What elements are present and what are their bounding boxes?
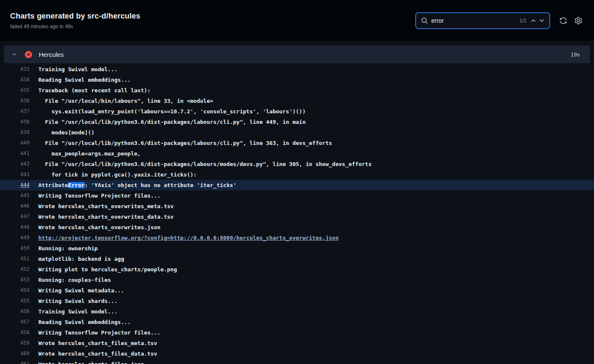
- run-status-text: failed 49 minutes ago in 48s: [10, 24, 140, 29]
- chevron-down-icon[interactable]: [11, 51, 18, 58]
- search-match-count: 1/1: [519, 18, 527, 24]
- line-number[interactable]: 444: [0, 180, 30, 190]
- log-line: 440 File "/usr/local/lib/python3.6/dist-…: [0, 138, 594, 148]
- line-number[interactable]: 455: [0, 296, 30, 306]
- line-text: Training Swivel model...: [38, 306, 118, 317]
- search-next-button[interactable]: [538, 16, 546, 25]
- line-number[interactable]: 441: [0, 148, 30, 159]
- log-line: 461 Wrote hercules_charts_files.json: [0, 359, 594, 364]
- log-group: Hercules 19s 433 Training Swivel model..…: [0, 46, 594, 364]
- line-number[interactable]: 442: [0, 159, 30, 169]
- log-line: 453 Running: couples-files: [0, 275, 594, 285]
- refresh-button[interactable]: [558, 15, 569, 26]
- log-line: 451 matplotlib: backend is agg: [0, 254, 594, 264]
- search-icon: [421, 17, 428, 24]
- line-number[interactable]: 447: [0, 211, 30, 222]
- line-text: Running: couples-files: [38, 275, 111, 285]
- line-number[interactable]: 446: [0, 201, 30, 211]
- log-line: 460 Wrote hercules_charts_files_data.tsv: [0, 348, 594, 359]
- header-actions: 1/1: [415, 12, 584, 29]
- line-number[interactable]: 439: [0, 127, 30, 138]
- line-number[interactable]: 440: [0, 138, 30, 148]
- log-line: 435 Traceback (most recent call last):: [0, 85, 594, 96]
- log-line: 454 Writing Swivel metadata...: [0, 285, 594, 296]
- line-number[interactable]: 461: [0, 359, 30, 364]
- log-line: 439 modes[mode](): [0, 127, 594, 138]
- log-search-box: 1/1: [415, 12, 550, 29]
- log-line: 437 sys.exit(load_entry_point('labours==…: [0, 106, 594, 117]
- page-title: Charts generated by src-d/hercules: [10, 12, 140, 21]
- line-text: Writing plot to hercules_charts/people.p…: [38, 264, 177, 275]
- line-text: Training Swivel model...: [38, 64, 118, 75]
- line-number[interactable]: 458: [0, 327, 30, 338]
- line-text: Wrote hercules_charts_overwrites_data.ts…: [38, 211, 174, 222]
- line-text: File "/usr/local/lib/python3.6/dist-pack…: [38, 117, 306, 127]
- line-number[interactable]: 436: [0, 96, 30, 106]
- error-status-icon: [25, 51, 32, 58]
- log-line: 455 Writing Swivel shards...: [0, 296, 594, 306]
- line-number[interactable]: 457: [0, 317, 30, 327]
- line-text: Traceback (most recent call last):: [38, 85, 151, 96]
- line-text: File "/usr/local/bin/labours", line 33, …: [38, 96, 213, 106]
- line-number[interactable]: 454: [0, 285, 30, 296]
- refresh-icon: [559, 17, 567, 24]
- log-line: 441 max_people=args.max_people,: [0, 148, 594, 159]
- settings-button[interactable]: [573, 15, 584, 26]
- line-text: Wrote hercules_charts_overwrites_meta.ts…: [38, 201, 174, 211]
- log-line: 442 File "/usr/local/lib/python3.6/dist-…: [0, 159, 594, 169]
- line-text: AttributeError: 'YAxis' object has no at…: [38, 180, 237, 190]
- chevron-up-icon: [530, 17, 537, 24]
- line-text: File "/usr/local/lib/python3.6/dist-pack…: [38, 138, 332, 148]
- chevron-down-icon: [538, 17, 545, 24]
- log-line: 457 Reading Swivel embeddings...: [0, 317, 594, 327]
- line-number[interactable]: 449: [0, 233, 30, 243]
- line-number[interactable]: 456: [0, 306, 30, 317]
- run-info: Charts generated by src-d/hercules faile…: [10, 12, 140, 29]
- line-text: modes[mode](): [38, 127, 94, 138]
- line-number[interactable]: 433: [0, 64, 30, 75]
- search-input[interactable]: [431, 17, 518, 24]
- line-text: Reading Swivel embeddings...: [38, 317, 131, 327]
- log-line: 444 AttributeError: 'YAxis' object has n…: [0, 180, 594, 190]
- log-link[interactable]: http://projector.tensorflow.org/?config=…: [38, 235, 339, 241]
- log-line: 445 Writing Tensorflow Projector files..…: [0, 190, 594, 201]
- line-number[interactable]: 445: [0, 190, 30, 201]
- log-line: 450 Running: ownership: [0, 243, 594, 254]
- line-text: File "/usr/local/lib/python3.6/dist-pack…: [38, 159, 372, 169]
- line-text: Writing Tensorflow Projector files...: [38, 190, 161, 201]
- line-text: http://projector.tensorflow.org/?config=…: [38, 233, 339, 243]
- header: Charts generated by src-d/hercules faile…: [0, 0, 594, 41]
- line-text: max_people=args.max_people,: [38, 148, 141, 159]
- line-number[interactable]: 437: [0, 106, 30, 117]
- line-number[interactable]: 438: [0, 117, 30, 127]
- line-number[interactable]: 434: [0, 75, 30, 85]
- log-line: 449 http://projector.tensorflow.org/?con…: [0, 233, 594, 243]
- line-text: Wrote hercules_charts_files_meta.tsv: [38, 338, 157, 348]
- log-line: 438 File "/usr/local/lib/python3.6/dist-…: [0, 117, 594, 127]
- line-number[interactable]: 450: [0, 243, 30, 254]
- line-number[interactable]: 435: [0, 85, 30, 96]
- log-line: 446 Wrote hercules_charts_overwrites_met…: [0, 201, 594, 211]
- line-text: matplotlib: backend is agg: [38, 254, 124, 264]
- line-text: sys.exit(load_entry_point('labours==10.7…: [38, 106, 306, 117]
- line-number[interactable]: 460: [0, 348, 30, 359]
- log-line: 456 Training Swivel model...: [0, 306, 594, 317]
- log-line: 433 Training Swivel model...: [0, 64, 594, 75]
- line-text: Wrote hercules_charts_files.json: [38, 359, 144, 364]
- line-text: Wrote hercules_charts_files_data.tsv: [38, 348, 157, 359]
- search-prev-button[interactable]: [529, 16, 538, 25]
- line-number[interactable]: 452: [0, 264, 30, 275]
- line-number[interactable]: 459: [0, 338, 30, 348]
- log-line: 436 File "/usr/local/bin/labours", line …: [0, 96, 594, 106]
- search-match-highlight: Error: [68, 182, 84, 188]
- log-line: 458 Writing Tensorflow Projector files..…: [0, 327, 594, 338]
- line-number[interactable]: 453: [0, 275, 30, 285]
- log-group-title: Hercules: [39, 51, 571, 58]
- log-line: 452 Writing plot to hercules_charts/peop…: [0, 264, 594, 275]
- line-number[interactable]: 451: [0, 254, 30, 264]
- line-number[interactable]: 443: [0, 169, 30, 180]
- line-text: Reading Swivel embeddings...: [38, 75, 131, 85]
- line-number[interactable]: 448: [0, 222, 30, 233]
- log-lines: 433 Training Swivel model... 434 Reading…: [0, 63, 594, 364]
- log-group-header[interactable]: Hercules 19s: [4, 46, 590, 63]
